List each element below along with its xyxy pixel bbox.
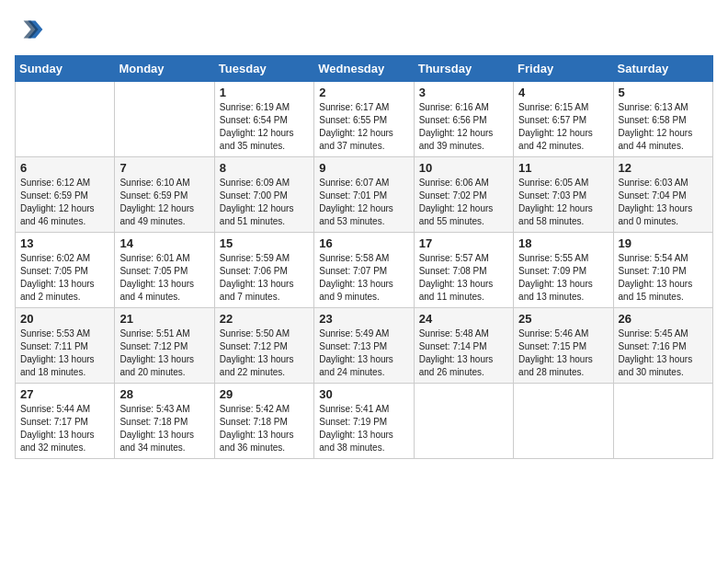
day-info: Sunrise: 5:57 AM Sunset: 7:08 PM Dayligh… — [419, 252, 508, 304]
calendar-cell: 27Sunrise: 5:44 AM Sunset: 7:17 PM Dayli… — [16, 384, 115, 459]
day-info: Sunrise: 6:09 AM Sunset: 7:00 PM Dayligh… — [220, 177, 309, 228]
day-number: 12 — [619, 161, 708, 175]
day-number: 3 — [419, 86, 508, 99]
calendar-cell: 19Sunrise: 5:54 AM Sunset: 7:10 PM Dayli… — [613, 233, 712, 308]
calendar-cell: 30Sunrise: 5:41 AM Sunset: 7:19 PM Dayli… — [314, 384, 414, 459]
day-info: Sunrise: 6:01 AM Sunset: 7:05 PM Dayligh… — [119, 252, 209, 304]
day-info: Sunrise: 5:54 AM Sunset: 7:10 PM Dayligh… — [619, 252, 708, 304]
calendar-cell: 14Sunrise: 6:01 AM Sunset: 7:05 PM Dayli… — [115, 233, 214, 308]
day-info: Sunrise: 5:45 AM Sunset: 7:16 PM Dayligh… — [619, 327, 708, 379]
day-info: Sunrise: 5:44 AM Sunset: 7:17 PM Dayligh… — [20, 403, 109, 454]
calendar-cell: 7Sunrise: 6:10 AM Sunset: 6:59 PM Daylig… — [115, 157, 214, 233]
calendar-cell — [613, 384, 712, 459]
day-info: Sunrise: 5:41 AM Sunset: 7:19 PM Dayligh… — [319, 403, 408, 454]
logo — [15, 15, 48, 44]
day-number: 9 — [319, 161, 408, 175]
logo-icon — [15, 15, 44, 44]
calendar-cell: 23Sunrise: 5:49 AM Sunset: 7:13 PM Dayli… — [314, 308, 414, 384]
day-number: 30 — [319, 387, 408, 401]
day-number: 5 — [619, 86, 708, 99]
calendar-cell — [414, 384, 513, 459]
day-number: 7 — [119, 161, 209, 175]
day-info: Sunrise: 6:07 AM Sunset: 7:01 PM Dayligh… — [319, 177, 408, 228]
weekday-header: Monday — [115, 56, 214, 82]
day-number: 16 — [319, 236, 408, 250]
day-info: Sunrise: 5:51 AM Sunset: 7:12 PM Dayligh… — [119, 327, 209, 379]
calendar-cell: 13Sunrise: 6:02 AM Sunset: 7:05 PM Dayli… — [16, 233, 115, 308]
day-info: Sunrise: 5:49 AM Sunset: 7:13 PM Dayligh… — [319, 327, 408, 379]
calendar-cell: 25Sunrise: 5:46 AM Sunset: 7:15 PM Dayli… — [514, 308, 613, 384]
weekday-header: Tuesday — [214, 56, 313, 82]
day-number: 11 — [518, 161, 608, 175]
calendar-cell: 1Sunrise: 6:19 AM Sunset: 6:54 PM Daylig… — [214, 82, 313, 157]
day-info: Sunrise: 5:46 AM Sunset: 7:15 PM Dayligh… — [518, 327, 608, 379]
calendar-week-row: 13Sunrise: 6:02 AM Sunset: 7:05 PM Dayli… — [16, 233, 713, 308]
day-info: Sunrise: 6:12 AM Sunset: 6:59 PM Dayligh… — [20, 177, 109, 228]
day-number: 20 — [20, 312, 109, 326]
weekday-header: Sunday — [16, 56, 115, 82]
weekday-header: Friday — [514, 56, 613, 82]
calendar-cell: 17Sunrise: 5:57 AM Sunset: 7:08 PM Dayli… — [414, 233, 513, 308]
calendar-cell: 4Sunrise: 6:15 AM Sunset: 6:57 PM Daylig… — [514, 82, 613, 157]
calendar-cell: 6Sunrise: 6:12 AM Sunset: 6:59 PM Daylig… — [16, 157, 115, 233]
day-number: 25 — [518, 312, 608, 326]
day-info: Sunrise: 6:17 AM Sunset: 6:55 PM Dayligh… — [319, 101, 408, 153]
calendar-cell — [16, 82, 115, 157]
day-number: 18 — [518, 236, 608, 250]
day-number: 13 — [20, 236, 109, 250]
calendar-week-row: 1Sunrise: 6:19 AM Sunset: 6:54 PM Daylig… — [16, 82, 713, 157]
weekday-header: Thursday — [414, 56, 513, 82]
day-info: Sunrise: 5:42 AM Sunset: 7:18 PM Dayligh… — [220, 403, 309, 454]
day-number: 19 — [619, 236, 708, 250]
calendar-cell: 9Sunrise: 6:07 AM Sunset: 7:01 PM Daylig… — [314, 157, 414, 233]
day-number: 14 — [119, 236, 209, 250]
day-info: Sunrise: 5:55 AM Sunset: 7:09 PM Dayligh… — [518, 252, 608, 304]
day-info: Sunrise: 6:03 AM Sunset: 7:04 PM Dayligh… — [619, 177, 708, 228]
calendar-week-row: 20Sunrise: 5:53 AM Sunset: 7:11 PM Dayli… — [16, 308, 713, 384]
day-number: 26 — [619, 312, 708, 326]
calendar-cell: 26Sunrise: 5:45 AM Sunset: 7:16 PM Dayli… — [613, 308, 712, 384]
calendar-cell: 15Sunrise: 5:59 AM Sunset: 7:06 PM Dayli… — [214, 233, 313, 308]
calendar-cell: 22Sunrise: 5:50 AM Sunset: 7:12 PM Dayli… — [214, 308, 313, 384]
day-number: 17 — [419, 236, 508, 250]
day-number: 10 — [419, 161, 508, 175]
day-info: Sunrise: 5:58 AM Sunset: 7:07 PM Dayligh… — [319, 252, 408, 304]
day-number: 24 — [419, 312, 508, 326]
day-info: Sunrise: 6:06 AM Sunset: 7:02 PM Dayligh… — [419, 177, 508, 228]
day-info: Sunrise: 6:15 AM Sunset: 6:57 PM Dayligh… — [518, 101, 608, 153]
day-number: 2 — [319, 86, 408, 99]
calendar-week-row: 6Sunrise: 6:12 AM Sunset: 6:59 PM Daylig… — [16, 157, 713, 233]
day-number: 27 — [20, 387, 109, 401]
day-number: 1 — [220, 86, 309, 99]
calendar-body: 1Sunrise: 6:19 AM Sunset: 6:54 PM Daylig… — [16, 82, 713, 459]
page-header — [15, 15, 713, 44]
calendar-table: SundayMondayTuesdayWednesdayThursdayFrid… — [15, 55, 713, 459]
day-info: Sunrise: 5:53 AM Sunset: 7:11 PM Dayligh… — [20, 327, 109, 379]
calendar-cell: 21Sunrise: 5:51 AM Sunset: 7:12 PM Dayli… — [115, 308, 214, 384]
calendar-cell: 11Sunrise: 6:05 AM Sunset: 7:03 PM Dayli… — [514, 157, 613, 233]
calendar-week-row: 27Sunrise: 5:44 AM Sunset: 7:17 PM Dayli… — [16, 384, 713, 459]
day-info: Sunrise: 5:43 AM Sunset: 7:18 PM Dayligh… — [119, 403, 209, 454]
day-info: Sunrise: 5:48 AM Sunset: 7:14 PM Dayligh… — [419, 327, 508, 379]
calendar-cell: 8Sunrise: 6:09 AM Sunset: 7:00 PM Daylig… — [214, 157, 313, 233]
calendar-cell: 3Sunrise: 6:16 AM Sunset: 6:56 PM Daylig… — [414, 82, 513, 157]
day-number: 6 — [20, 161, 109, 175]
day-info: Sunrise: 6:19 AM Sunset: 6:54 PM Dayligh… — [220, 101, 309, 153]
day-info: Sunrise: 5:59 AM Sunset: 7:06 PM Dayligh… — [220, 252, 309, 304]
day-info: Sunrise: 6:10 AM Sunset: 6:59 PM Dayligh… — [119, 177, 209, 228]
day-info: Sunrise: 6:02 AM Sunset: 7:05 PM Dayligh… — [20, 252, 109, 304]
calendar-cell: 20Sunrise: 5:53 AM Sunset: 7:11 PM Dayli… — [16, 308, 115, 384]
day-info: Sunrise: 5:50 AM Sunset: 7:12 PM Dayligh… — [220, 327, 309, 379]
calendar-cell: 29Sunrise: 5:42 AM Sunset: 7:18 PM Dayli… — [214, 384, 313, 459]
calendar-cell — [514, 384, 613, 459]
day-number: 28 — [119, 387, 209, 401]
weekday-header: Saturday — [613, 56, 712, 82]
calendar-cell: 5Sunrise: 6:13 AM Sunset: 6:58 PM Daylig… — [613, 82, 712, 157]
day-number: 4 — [518, 86, 608, 99]
calendar-cell: 24Sunrise: 5:48 AM Sunset: 7:14 PM Dayli… — [414, 308, 513, 384]
day-number: 8 — [220, 161, 309, 175]
calendar-cell: 16Sunrise: 5:58 AM Sunset: 7:07 PM Dayli… — [314, 233, 414, 308]
weekday-header: Wednesday — [314, 56, 414, 82]
calendar-header-row: SundayMondayTuesdayWednesdayThursdayFrid… — [16, 56, 713, 82]
calendar-cell: 10Sunrise: 6:06 AM Sunset: 7:02 PM Dayli… — [414, 157, 513, 233]
